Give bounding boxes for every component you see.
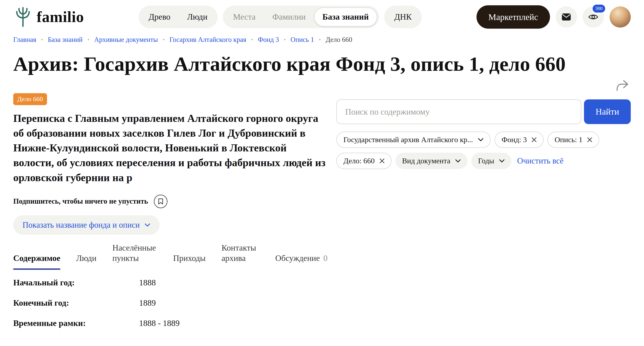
search-filter-column: Найти Государственный архив Алтайского к… (336, 93, 631, 169)
eye-icon (588, 13, 598, 21)
case-info-column: Дело 660 Переписка с Главным управлением… (13, 93, 328, 333)
share-button[interactable] (616, 80, 629, 91)
nav-group-knowledge: Места Фамилии База знаний (223, 6, 379, 28)
filter-chip-fund[interactable]: Фонд: 3 (494, 132, 544, 148)
show-fund-label: Показать название фонда и описи (22, 220, 140, 230)
search-button[interactable]: Найти (584, 99, 631, 124)
nav-group-dna: ДНК (384, 6, 422, 28)
clear-all-filters-link[interactable]: Очистить всё (517, 156, 564, 166)
show-fund-name-button[interactable]: Показать название фонда и описи (13, 215, 160, 235)
tab-label: Содержимое (13, 253, 60, 264)
nav-item-places[interactable]: Места (225, 7, 264, 26)
filter-chip-doc-type[interactable]: Вид документа (396, 153, 468, 169)
detail-label: Временные рамки: (13, 318, 139, 328)
discussion-count: 0 (323, 253, 328, 264)
search-input[interactable] (336, 99, 581, 124)
messages-button[interactable] (556, 6, 577, 27)
close-icon (380, 159, 384, 163)
tab-label: Обсуждение (275, 253, 320, 264)
tab-archive-contacts[interactable]: Контакты архива (222, 243, 260, 270)
tab-bar: Содержимое Люди Населённые пункты Приход… (13, 243, 328, 270)
detail-row-time-range: Временные рамки: 1888 - 1889 (13, 313, 328, 333)
title-section: Архив: Госархив Алтайского края Фонд 3, … (0, 44, 644, 78)
share-icon (616, 80, 629, 91)
filter-chip-label: Опись: 1 (554, 136, 583, 144)
nav-item-dna[interactable]: ДНК (386, 7, 420, 26)
marketplace-button[interactable]: Маркетплейс (476, 5, 550, 29)
case-description: Переписка с Главным управлением Алтайско… (13, 111, 328, 185)
detail-row-end-year: Конечный год: 1889 (13, 293, 328, 313)
breadcrumb-state-archive[interactable]: Госархив Алтайского края (170, 36, 246, 44)
logo[interactable]: familio (13, 7, 84, 27)
chevron-down-icon (144, 223, 150, 227)
chevron-down-icon (499, 159, 505, 163)
filter-chip-inventory[interactable]: Опись: 1 (548, 132, 600, 148)
case-badge: Дело 660 (13, 93, 47, 105)
nav-group-tree-people: Древо Люди (138, 6, 218, 28)
breadcrumb-knowledge-base[interactable]: База знаний (48, 36, 82, 44)
mail-icon (562, 13, 571, 21)
subscribe-text: Подпишитесь, чтобы ничего не упустить (13, 197, 148, 205)
breadcrumb-home[interactable]: Главная (13, 36, 36, 44)
nav-item-knowledge-base[interactable]: База знаний (314, 7, 377, 26)
nav-item-tree[interactable]: Древо (140, 7, 179, 26)
breadcrumb-current-case: Дело 660 (326, 36, 352, 44)
filter-chips: Государственный архив Алтайского кр... Ф… (336, 132, 631, 169)
breadcrumb-separator: • (41, 37, 43, 43)
primary-nav: Древо Люди Места Фамилии База знаний ДНК (138, 6, 422, 28)
filter-chip-archive[interactable]: Государственный архив Алтайского кр... (336, 132, 490, 148)
breadcrumb-separator: • (88, 37, 89, 43)
filter-chip-case[interactable]: Дело: 660 (336, 153, 392, 169)
case-details: Начальный год: 1888 Конечный год: 1889 В… (13, 272, 328, 333)
avatar[interactable] (610, 6, 631, 27)
bookmark-icon (158, 198, 163, 205)
nav-item-people[interactable]: Люди (179, 7, 216, 26)
detail-value: 1889 (139, 298, 156, 308)
filter-chip-label: Государственный архив Алтайского кр... (344, 136, 473, 144)
subscribe-row: Подпишитесь, чтобы ничего не упустить (13, 195, 328, 208)
filter-chip-label: Годы (478, 157, 494, 165)
breadcrumb-separator: • (319, 37, 321, 43)
filter-chip-label: Вид документа (402, 157, 450, 165)
breadcrumb-archive-documents[interactable]: Архивные документы (94, 36, 158, 44)
header-actions: Маркетплейс 300 (476, 5, 631, 29)
page-title: Архив: Госархив Алтайского края Фонд 3, … (13, 50, 620, 78)
detail-value: 1888 - 1889 (139, 318, 180, 328)
logo-wordmark: familio (37, 8, 84, 26)
detail-label: Конечный год: (13, 298, 139, 308)
logo-tree-icon (13, 7, 33, 27)
breadcrumb-separator: • (284, 37, 286, 43)
chevron-down-icon (455, 159, 461, 163)
recently-viewed-button[interactable]: 300 (583, 6, 604, 27)
tab-label: Контакты архива (222, 243, 260, 264)
detail-label: Начальный год: (13, 278, 139, 287)
breadcrumb-fund[interactable]: Фонд 3 (258, 36, 279, 44)
close-icon (532, 137, 536, 142)
filter-chip-years[interactable]: Годы (472, 153, 511, 169)
chevron-down-icon (478, 138, 484, 142)
tab-people[interactable]: Люди (76, 253, 96, 270)
tab-discussion[interactable]: Обсуждение 0 (275, 253, 328, 270)
tab-parishes[interactable]: Приходы (173, 253, 206, 270)
views-count-badge: 300 (592, 4, 606, 13)
breadcrumb-separator: • (163, 37, 164, 43)
tab-label: Населённые пункты (112, 243, 157, 264)
filter-chip-label: Фонд: 3 (502, 136, 527, 144)
filter-chip-label: Дело: 660 (344, 157, 375, 165)
tab-label: Приходы (173, 253, 206, 264)
content-search: Найти (336, 99, 631, 124)
tab-settlements[interactable]: Населённые пункты (112, 243, 157, 270)
breadcrumb-separator: • (251, 37, 253, 43)
nav-item-surnames[interactable]: Фамилии (264, 7, 314, 26)
tab-contents[interactable]: Содержимое (13, 253, 60, 270)
detail-value: 1888 (139, 278, 156, 287)
main-content: Дело 660 Переписка с Главным управлением… (0, 78, 644, 333)
breadcrumb: Главная • База знаний • Архивные докумен… (0, 32, 644, 44)
close-icon (587, 137, 592, 142)
detail-row-start-year: Начальный год: 1888 (13, 272, 328, 293)
bookmark-button[interactable] (154, 195, 168, 208)
breadcrumb-inventory[interactable]: Опись 1 (290, 36, 314, 44)
tab-label: Люди (76, 253, 96, 264)
top-bar: familio Древо Люди Места Фамилии База зн… (0, 0, 644, 32)
